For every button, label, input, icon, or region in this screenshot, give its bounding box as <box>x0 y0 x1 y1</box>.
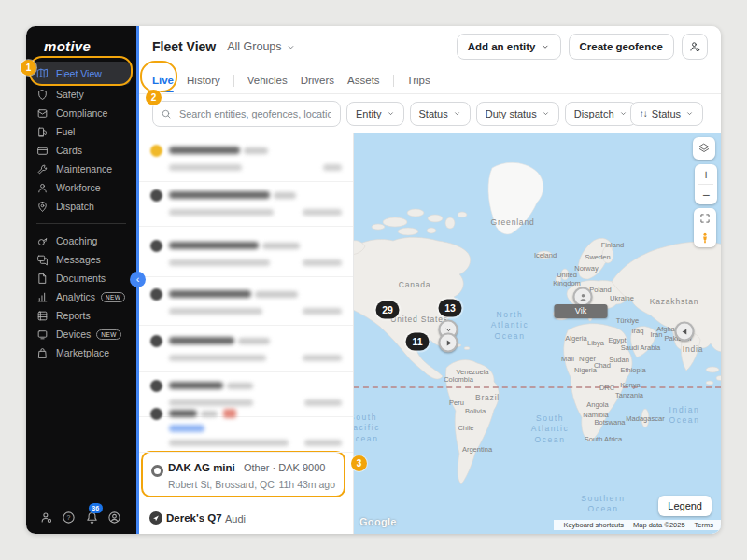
vehicle-address: Robert St, Brossard, QC <box>168 479 275 490</box>
attribution-terms[interactable]: Terms <box>695 521 713 529</box>
zoom-in-button[interactable]: + <box>695 164 717 184</box>
sidebar-item-maintenance[interactable]: Maintenance <box>26 160 136 178</box>
map-type-button[interactable] <box>693 137 715 160</box>
list-item-blurred[interactable] <box>139 328 353 372</box>
search-box[interactable] <box>152 101 341 127</box>
annotation-step-2: 2 <box>146 90 162 105</box>
list-item-dereks-q7[interactable]: Derek's Q7 Audi <box>139 509 353 533</box>
analytics-icon <box>36 291 49 303</box>
create-geofence-button[interactable]: Create geofence <box>569 34 674 60</box>
sidebar-item-fuel[interactable]: Fuel <box>26 122 136 141</box>
sort-by-button[interactable]: ↑↓ Status <box>630 102 703 126</box>
cluster-marker-29[interactable]: 29 <box>376 301 400 319</box>
sidebar-item-safety[interactable]: Safety <box>26 85 136 104</box>
cluster-marker-11[interactable]: 11 <box>406 333 430 351</box>
fullscreen-button[interactable] <box>694 208 716 228</box>
vehicle-status-icon <box>150 145 162 157</box>
sidebar-item-devices[interactable]: DevicesNEW <box>26 325 136 343</box>
sidebar-item-compliance[interactable]: Compliance <box>26 104 136 122</box>
tab-live[interactable]: Live <box>152 69 174 91</box>
tab-assets[interactable]: Assets <box>347 69 380 91</box>
divider <box>393 75 394 87</box>
vehicle-status-icon <box>151 465 163 477</box>
filter-duty-status[interactable]: Duty status <box>476 102 559 126</box>
sidebar-item-reports[interactable]: Reports <box>26 306 136 325</box>
entity-list: DAK AG mini Other · DAK 9000 Robert St, … <box>139 133 354 534</box>
attribution-keyboard-shortcuts[interactable]: Keyboard shortcuts <box>563 521 624 529</box>
tab-drivers[interactable]: Drivers <box>301 69 334 91</box>
help-button[interactable]: ? <box>62 511 78 526</box>
admin-icon <box>39 511 53 525</box>
sidebar-item-messages[interactable]: Messages <box>26 250 136 269</box>
attribution-map-data-2025: Map data ©2025 <box>633 521 685 529</box>
messages-icon <box>36 254 49 266</box>
map[interactable]: CanadaUnited StatesGreenlandIcelandFinla… <box>354 133 721 534</box>
person-gear-icon <box>688 40 701 53</box>
vehicle-marker[interactable] <box>439 333 458 353</box>
motive-logo: motive <box>26 26 136 60</box>
screen: motive Fleet ViewSafetyComplianceFuelCar… <box>0 0 747 560</box>
sidebar-item-analytics[interactable]: AnalyticsNEW <box>26 287 136 306</box>
sidebar-item-fleet-view[interactable]: Fleet View <box>32 62 131 85</box>
filter-status[interactable]: Status <box>410 102 471 126</box>
pegman-icon <box>698 231 712 245</box>
sidebar-footer: ?36 <box>26 511 136 526</box>
street-view-pegman[interactable] <box>694 228 716 247</box>
compliance-icon <box>36 107 49 119</box>
tab-vehicles[interactable]: Vehicles <box>247 69 288 91</box>
legend-button[interactable]: Legend <box>658 496 712 516</box>
sidebar-rail[interactable]: ‹ <box>136 26 139 534</box>
devices-icon <box>36 329 49 341</box>
main-content: Fleet View All Groups Add an entity Crea… <box>139 26 721 534</box>
tab-history[interactable]: History <box>187 69 220 91</box>
filter-entity[interactable]: Entity <box>346 102 404 126</box>
fleet-view-icon <box>36 67 49 79</box>
list-item-blurred[interactable] <box>139 281 353 326</box>
sidebar-collapse-button[interactable]: ‹ <box>130 272 146 287</box>
new-badge: NEW <box>96 329 120 340</box>
create-geofence-label: Create geofence <box>580 41 663 52</box>
user-admin-button[interactable] <box>682 34 708 60</box>
vehicle-status-icon <box>150 380 162 392</box>
vehicle-status-icon <box>150 189 162 202</box>
m-play-icon <box>442 336 455 349</box>
sidebar-item-cards[interactable]: Cards <box>26 141 136 160</box>
header-actions: Add an entity Create geofence <box>457 34 708 60</box>
group-selector[interactable]: All Groups <box>227 40 295 53</box>
sidebar-item-workforce[interactable]: Workforce <box>26 178 136 197</box>
account-button[interactable] <box>107 511 123 526</box>
workforce-icon <box>36 182 49 194</box>
cluster-marker-13[interactable]: 13 <box>439 300 462 317</box>
zoom-control: + − <box>695 164 717 204</box>
tab-trips[interactable]: Trips <box>407 69 430 91</box>
sidebar-item-marketplace[interactable]: Marketplace <box>26 343 136 362</box>
list-item-dak-ag-mini[interactable]: DAK AG mini Other · DAK 9000 Robert St, … <box>141 451 345 497</box>
chevron-down-icon <box>619 109 627 118</box>
vehicle-last-seen: 11h 43m ago <box>278 479 335 490</box>
tab-bar: LiveHistoryVehiclesDriversAssetsTrips <box>139 67 721 94</box>
add-entity-button[interactable]: Add an entity <box>457 34 561 60</box>
list-item-blurred[interactable] <box>139 182 353 227</box>
svg-text:?: ? <box>67 514 71 521</box>
sidebar-item-dispatch[interactable]: Dispatch <box>26 197 136 216</box>
notifications-button[interactable]: 36 <box>85 511 101 526</box>
vehicle-meta: Other · DAK 9000 <box>244 462 325 473</box>
list-item-blurred[interactable] <box>139 232 353 277</box>
admin-settings-button[interactable] <box>39 511 55 526</box>
cards-icon <box>36 145 49 157</box>
list-item-blurred[interactable] <box>139 400 353 453</box>
filter-dispatch[interactable]: Dispatch <box>565 102 637 126</box>
m-person-icon <box>576 290 589 303</box>
zoom-out-button[interactable]: − <box>695 185 717 204</box>
chevron-down-icon <box>453 109 461 118</box>
sidebar-item-documents[interactable]: Documents <box>26 269 136 287</box>
list-item-blurred[interactable] <box>139 137 353 182</box>
maintenance-icon <box>36 163 49 175</box>
sidebar-item-coaching[interactable]: Coaching <box>26 231 136 250</box>
vehicle-name: Derek's Q7 <box>166 512 222 524</box>
search-input[interactable] <box>177 107 332 120</box>
marker-tooltip: Vik <box>555 304 608 318</box>
map-extra-controls <box>694 208 716 247</box>
chevron-down-icon <box>541 42 550 51</box>
vehicle-marker[interactable] <box>675 322 695 342</box>
